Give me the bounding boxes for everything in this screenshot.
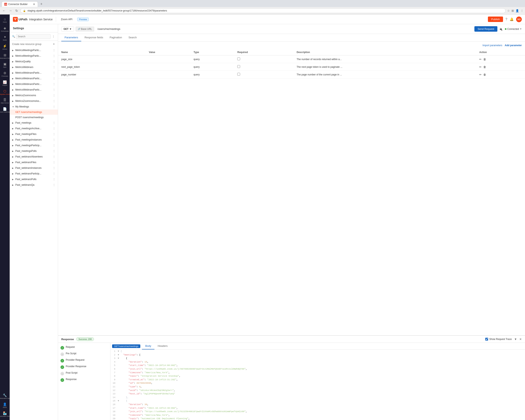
sidebar-item-my-meetings[interactable]: ▼ My Meetings ⋮	[10, 104, 58, 110]
more-icon[interactable]: ⋮	[53, 99, 56, 103]
edit-param-icon[interactable]: ✏	[479, 65, 482, 69]
extensions-button[interactable]: ⊞	[512, 9, 514, 12]
sidebar-item-metrics-webinars-partic-3[interactable]: ▶ MetricsWebinarsPartic... ⋮	[10, 81, 58, 87]
user-avatar[interactable]: SO	[516, 17, 522, 22]
more-icon[interactable]: ⋮	[53, 88, 56, 91]
sidebar-item-metrics-webinars-partic-2[interactable]: ▶ MetricsWebinarsPartic... ⋮	[10, 76, 58, 81]
sidebar-item-past-webinars-instances[interactable]: ▶ Past_webinarsInstances ⋮	[10, 165, 58, 171]
more-icon[interactable]: ⋮	[53, 54, 56, 57]
collapse-response-button[interactable]: ▼	[514, 337, 517, 341]
tab-pagination[interactable]: Pagination	[106, 34, 125, 41]
sidebar-item-past-meetings-polls[interactable]: ▶ Past_meetingsPolls ⋮	[10, 148, 58, 154]
more-icon[interactable]: ⋮	[53, 172, 56, 175]
sidebar-item-past-meetings[interactable]: ▶ Past_meetings ⋮	[10, 120, 58, 126]
close-response-button[interactable]: ✕	[519, 337, 522, 341]
more-icon[interactable]: ⋮	[53, 161, 56, 164]
nav-actions[interactable]: ⚡ Actions	[0, 43, 9, 51]
delete-param-icon[interactable]: 🗑	[483, 65, 486, 69]
more-icon[interactable]: ⋮	[53, 149, 56, 153]
nav-admin[interactable]: 👤 Admin	[0, 401, 9, 410]
nav-apps[interactable]: ▣ Apps	[0, 61, 9, 69]
delete-param-icon[interactable]: 🗑	[483, 73, 486, 76]
add-parameter-link[interactable]: Add parameter	[505, 44, 522, 47]
more-icon[interactable]: ⋮	[53, 71, 56, 75]
sidebar-item-metrics-meetings-2[interactable]: ▶ MetricsMeetingsPartic... ⋮	[10, 53, 58, 59]
more-icon[interactable]: ⋮	[53, 49, 56, 52]
more-icon[interactable]: ⋮	[53, 65, 56, 69]
more-icon[interactable]: ⋮	[53, 144, 56, 147]
sidebar-item-past-meetings-files[interactable]: ▶ Past_meetingsFiles ⋮	[10, 131, 58, 137]
sidebar-item-past-webinars-polls[interactable]: ▶ Past_webinarsPolls ⋮	[10, 177, 58, 182]
url-path-input[interactable]: /users/me/meetings	[96, 27, 473, 31]
sidebar-item-metrics-meetings-1[interactable]: ▶ MetricsMeetingsPartic... ⋮	[10, 47, 58, 53]
tab-parameters[interactable]: Parameters	[61, 34, 81, 41]
more-icon[interactable]: ⋮	[53, 60, 56, 63]
edit-param-icon[interactable]: ✏	[479, 73, 482, 76]
nav-insights[interactable]: 📈 Insights	[0, 79, 9, 87]
more-icon[interactable]: ⋮	[53, 183, 56, 187]
response-tab-body[interactable]: Body	[142, 343, 154, 349]
param-value[interactable]	[146, 71, 190, 78]
sidebar-item-metrics-quality[interactable]: ▶ MetricsQuality ⋮	[10, 59, 58, 64]
menu-button[interactable]: ⋮	[521, 9, 523, 12]
new-tab-button[interactable]: +	[39, 1, 44, 7]
sidebar-item-past-meetings-particip[interactable]: ▶ Past_meetingsParticip... ⋮	[10, 142, 58, 148]
param-required-checkbox[interactable]	[237, 65, 240, 68]
more-icon[interactable]: ⋮	[53, 138, 56, 141]
help-button[interactable]: ?	[506, 18, 507, 21]
notifications-button[interactable]: 🔔	[510, 17, 514, 21]
more-icon[interactable]: ⋮	[53, 94, 56, 97]
sidebar-item-past-webinars-files[interactable]: ▶ Past_webinarsFiles ⋮	[10, 159, 58, 165]
sidebar-item-past-webinars-particip[interactable]: ▶ Past_webinarsParticip... ⋮	[10, 171, 58, 177]
sidebar-item-get-users-me-meetings[interactable]: GET /users/me/meetings	[10, 110, 58, 115]
connected-dropdown-icon[interactable]: ▼	[520, 28, 522, 30]
param-value[interactable]	[146, 56, 190, 63]
more-icon[interactable]: ⋮	[53, 166, 56, 169]
response-tab-headers[interactable]: Headers	[154, 343, 171, 349]
tab-response-fields[interactable]: Response fields	[81, 34, 106, 41]
bookmark-button[interactable]: ☆	[507, 9, 510, 12]
delete-param-icon[interactable]: 🗑	[483, 58, 486, 61]
more-icon[interactable]: ⋮	[53, 121, 56, 124]
sidebar-item-past-meetings-archive[interactable]: ▶ Past_meetingsArchive... ⋮	[10, 126, 58, 131]
nav-orchestrator[interactable]: ◈ Orchestrator	[0, 25, 9, 33]
profile-button[interactable]: 👤	[516, 9, 519, 12]
more-icon[interactable]: ⋮	[53, 178, 56, 181]
preview-badge[interactable]: Preview	[77, 18, 89, 21]
sidebar-item-past-meetings-instances[interactable]: ▶ Past_meetingsInstances ⋮	[10, 137, 58, 142]
show-trace-checkbox[interactable]	[485, 338, 488, 341]
more-icon[interactable]: ⋮	[53, 127, 56, 130]
sidebar-search-input[interactable]	[16, 34, 51, 39]
create-resource-group-button[interactable]: Create new resource group ＋	[10, 41, 58, 47]
param-required-checkbox[interactable]	[237, 73, 240, 76]
sidebar-item-past-webinars-qa[interactable]: ▶ Past_webinarsQa ⋮	[10, 182, 58, 188]
more-icon[interactable]: ⋮	[53, 132, 56, 136]
address-bar[interactable]: 🔒 staging.uipath.com/integrationservice/…	[20, 8, 506, 13]
forward-button[interactable]: →	[8, 9, 13, 13]
tab-search[interactable]: Search	[125, 34, 140, 41]
nav-processes[interactable]: ⚙ Processes	[0, 70, 9, 78]
nav-studio[interactable]: ✦ Studio	[0, 34, 9, 42]
back-button[interactable]: ←	[2, 9, 6, 13]
sidebar-item-metrics-webinars[interactable]: ▶ MetricsWebinars ⋮	[10, 64, 58, 70]
param-value[interactable]	[146, 63, 190, 71]
publish-button[interactable]: Publish	[488, 17, 503, 22]
sidebar-item-metrics-webinars-partic-1[interactable]: ▶ MetricsWebinarsPartic... ⋮	[10, 70, 58, 76]
nav-document-understanding[interactable]: 📄 Document Understanding	[0, 106, 9, 114]
more-icon[interactable]: ⋮	[53, 155, 56, 158]
sidebar-item-metrics-zoomrooms[interactable]: ▶ MetricsZoomrooms ⋮	[10, 93, 58, 98]
nav-automation-store[interactable]: 🏪 Automation Store	[0, 410, 9, 418]
tab-close-button[interactable]: ✕	[33, 3, 35, 6]
nav-automation-ops[interactable]: 🔧 Automation Ops	[0, 392, 9, 401]
active-tab[interactable]: CB Connector Builder ✕	[2, 1, 38, 7]
sidebar-item-metrics-webinars-partic-4[interactable]: ▶ MetricsWebinarsPartic... ⋮	[10, 87, 58, 93]
nav-integration-service[interactable]: ⬡ Integration Service	[0, 88, 9, 96]
more-icon[interactable]: ⋮	[53, 105, 56, 108]
sidebar-options-button[interactable]: ⋮	[51, 35, 56, 38]
method-select[interactable]: GET ▼	[61, 27, 74, 31]
edit-param-icon[interactable]: ✏	[479, 58, 482, 61]
zoom-api-nav[interactable]: Zoom API	[59, 17, 74, 22]
more-icon[interactable]: ⋮	[53, 83, 56, 86]
sidebar-item-post-users-me-meetings[interactable]: POST /users/me/meetings	[10, 115, 58, 120]
send-request-button[interactable]: Send Request	[474, 26, 497, 32]
